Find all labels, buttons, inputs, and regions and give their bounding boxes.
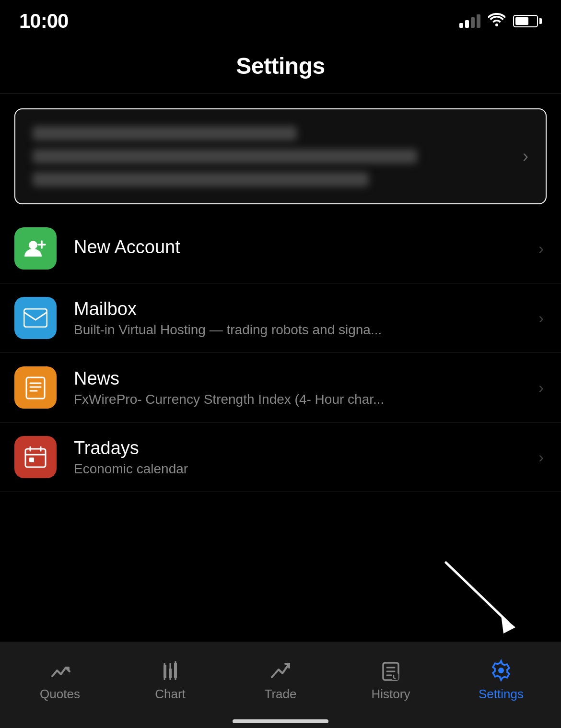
settings-label: Settings bbox=[479, 687, 524, 702]
tradays-chevron: › bbox=[538, 448, 544, 466]
tradays-text: Tradays Economic calendar bbox=[74, 438, 534, 477]
svg-point-18 bbox=[498, 668, 504, 673]
tab-chart[interactable]: Chart bbox=[115, 659, 225, 702]
svg-rect-4 bbox=[29, 458, 34, 462]
title-divider bbox=[0, 94, 561, 94]
history-icon bbox=[379, 659, 402, 682]
news-subtitle: FxWirePro- Currency Strength Index (4- H… bbox=[74, 392, 534, 407]
new-account-text: New Account bbox=[74, 237, 534, 260]
svg-rect-7 bbox=[164, 665, 166, 678]
blurred-account-line-2 bbox=[33, 149, 417, 164]
account-card-content bbox=[33, 126, 513, 187]
history-label: History bbox=[372, 687, 410, 702]
trade-label: Trade bbox=[265, 687, 297, 702]
mailbox-text: Mailbox Built-in Virtual Hosting — tradi… bbox=[74, 299, 534, 338]
svg-point-0 bbox=[29, 241, 37, 249]
svg-rect-1 bbox=[24, 309, 47, 327]
svg-rect-3 bbox=[25, 449, 46, 467]
news-chevron: › bbox=[538, 379, 544, 397]
svg-rect-9 bbox=[174, 663, 177, 678]
menu-item-news[interactable]: News FxWirePro- Currency Strength Index … bbox=[0, 353, 561, 423]
mailbox-title: Mailbox bbox=[74, 299, 534, 319]
tradays-subtitle: Economic calendar bbox=[74, 461, 534, 477]
tradays-title: Tradays bbox=[74, 438, 534, 458]
signal-icon bbox=[459, 14, 480, 28]
svg-rect-8 bbox=[169, 669, 172, 678]
chart-label: Chart bbox=[155, 687, 186, 702]
mailbox-chevron: › bbox=[538, 309, 544, 327]
svg-rect-2 bbox=[26, 377, 45, 399]
home-indicator bbox=[233, 719, 328, 723]
quotes-icon bbox=[48, 659, 71, 682]
trade-icon bbox=[269, 659, 292, 682]
news-text: News FxWirePro- Currency Strength Index … bbox=[74, 368, 534, 407]
account-card-chevron: › bbox=[523, 146, 528, 166]
news-icon bbox=[14, 366, 57, 409]
account-card[interactable]: › bbox=[14, 108, 547, 204]
tab-bar: Quotes Chart Trade Hist bbox=[0, 642, 561, 728]
tab-history[interactable]: History bbox=[336, 659, 446, 702]
page-title: Settings bbox=[0, 38, 561, 94]
tradays-icon bbox=[14, 436, 57, 478]
chart-icon bbox=[159, 659, 182, 682]
svg-marker-6 bbox=[501, 615, 515, 634]
mailbox-icon bbox=[14, 297, 57, 339]
blurred-account-line-3 bbox=[33, 172, 369, 187]
menu-item-new-account[interactable]: New Account › bbox=[0, 214, 561, 283]
status-bar: 10:00 bbox=[0, 0, 561, 38]
tab-quotes[interactable]: Quotes bbox=[5, 659, 115, 702]
status-time: 10:00 bbox=[19, 10, 68, 33]
mailbox-subtitle: Built-in Virtual Hosting — trading robot… bbox=[74, 322, 534, 338]
news-title: News bbox=[74, 368, 534, 389]
menu-section: New Account › Mailbox Built-in Virtual H… bbox=[0, 214, 561, 492]
menu-item-mailbox[interactable]: Mailbox Built-in Virtual Hosting — tradi… bbox=[0, 283, 561, 353]
wifi-icon bbox=[488, 13, 505, 30]
menu-item-tradays[interactable]: Tradays Economic calendar › bbox=[0, 423, 561, 492]
new-account-chevron: › bbox=[538, 240, 544, 258]
new-account-title: New Account bbox=[74, 237, 534, 258]
new-account-icon bbox=[14, 227, 57, 270]
tab-settings[interactable]: Settings bbox=[446, 659, 556, 702]
battery-icon bbox=[513, 15, 542, 27]
tab-trade[interactable]: Trade bbox=[225, 659, 336, 702]
status-icons bbox=[459, 13, 542, 30]
svg-line-5 bbox=[446, 563, 508, 622]
annotation-arrow bbox=[427, 553, 532, 639]
settings-icon bbox=[490, 659, 513, 682]
blurred-account-line-1 bbox=[33, 126, 297, 141]
quotes-label: Quotes bbox=[40, 687, 80, 702]
